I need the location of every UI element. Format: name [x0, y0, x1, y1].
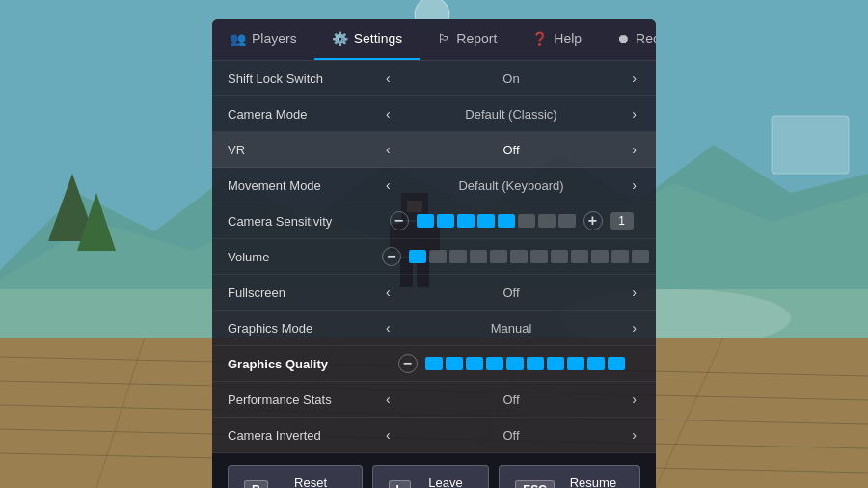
- graphics-quality-control: −: [382, 354, 640, 373]
- block-4: [477, 214, 495, 228]
- setting-graphics-mode: Graphics Mode ‹ Manual ›: [212, 311, 656, 346]
- vol-block-11: [611, 250, 629, 263]
- vol-block-8: [551, 250, 568, 263]
- volume-slider[interactable]: [409, 250, 649, 263]
- graphics-quality-minus[interactable]: −: [398, 354, 418, 373]
- volume-control: − +: [382, 247, 656, 266]
- gq-block-2: [446, 357, 463, 370]
- vol-block-7: [530, 250, 548, 263]
- gq-block-4: [486, 357, 503, 370]
- block-8: [558, 214, 576, 228]
- graphics-mode-value: Manual: [402, 321, 621, 336]
- settings-body: Shift Lock Switch ‹ On › Camera Mode ‹ D…: [212, 61, 656, 453]
- setting-vr: VR ‹ Off ›: [212, 132, 656, 168]
- tab-report-label: Report: [456, 31, 497, 46]
- vr-label: VR: [228, 143, 382, 157]
- vr-control: ‹ Off ›: [382, 140, 640, 159]
- block-1: [417, 214, 434, 228]
- bottom-buttons: R Reset Character L Leave Game ESC Resum…: [212, 453, 656, 488]
- camera-mode-prev[interactable]: ‹: [382, 104, 394, 123]
- reset-character-button[interactable]: R Reset Character: [228, 465, 363, 488]
- gq-block-6: [527, 357, 544, 370]
- camera-mode-next[interactable]: ›: [628, 104, 640, 123]
- graphics-mode-prev[interactable]: ‹: [382, 318, 394, 338]
- performance-stats-next[interactable]: ›: [628, 390, 640, 409]
- volume-minus[interactable]: −: [382, 247, 401, 266]
- camera-inverted-next[interactable]: ›: [628, 425, 640, 445]
- movement-mode-value: Default (Keyboard): [402, 178, 621, 193]
- gq-block-9: [587, 357, 605, 370]
- camera-sensitivity-minus[interactable]: −: [390, 211, 409, 230]
- movement-mode-label: Movement Mode: [228, 178, 382, 193]
- graphics-mode-control: ‹ Manual ›: [382, 318, 640, 338]
- gq-block-7: [547, 357, 564, 370]
- shift-lock-prev[interactable]: ‹: [382, 68, 394, 88]
- vol-block-3: [449, 250, 467, 263]
- gq-block-5: [506, 357, 524, 370]
- graphics-quality-label: Graphics Quality: [228, 357, 382, 371]
- shift-lock-next[interactable]: ›: [628, 68, 640, 88]
- setting-fullscreen: Fullscreen ‹ Off ›: [212, 275, 656, 311]
- camera-inverted-label: Camera Inverted: [228, 428, 382, 443]
- tab-settings[interactable]: ⚙️ Settings: [314, 19, 420, 60]
- leave-key: L: [389, 480, 411, 488]
- performance-stats-prev[interactable]: ‹: [382, 390, 394, 409]
- camera-sensitivity-control: − + 1: [382, 211, 640, 230]
- tab-help-label: Help: [554, 31, 582, 46]
- camera-inverted-prev[interactable]: ‹: [382, 425, 394, 445]
- setting-camera-inverted: Camera Inverted ‹ Off ›: [212, 418, 656, 453]
- camera-mode-value: Default (Classic): [402, 107, 621, 122]
- block-3: [457, 214, 475, 228]
- volume-label: Volume: [228, 250, 382, 264]
- help-icon: ❓: [531, 31, 548, 46]
- tab-record-label: Record: [636, 31, 656, 46]
- panel-overlay: 👥 Players ⚙️ Settings 🏳 Report ❓ Help ⏺ …: [0, 0, 868, 488]
- shift-lock-label: Shift Lock Switch: [228, 71, 382, 86]
- graphics-mode-next[interactable]: ›: [628, 318, 640, 338]
- fullscreen-value: Off: [402, 285, 621, 300]
- tab-settings-label: Settings: [354, 31, 403, 46]
- camera-mode-control: ‹ Default (Classic) ›: [382, 104, 640, 123]
- setting-movement-mode: Movement Mode ‹ Default (Keyboard) ›: [212, 168, 656, 203]
- tab-report[interactable]: 🏳 Report: [420, 19, 514, 60]
- vol-block-1: [409, 250, 426, 263]
- gq-block-1: [425, 357, 443, 370]
- setting-camera-mode: Camera Mode ‹ Default (Classic) ›: [212, 96, 656, 132]
- movement-mode-next[interactable]: ›: [628, 176, 640, 195]
- reset-key: R: [244, 480, 268, 488]
- report-icon: 🏳: [437, 31, 450, 46]
- camera-sensitivity-slider[interactable]: [417, 214, 576, 228]
- graphics-mode-label: Graphics Mode: [228, 321, 382, 336]
- fullscreen-next[interactable]: ›: [628, 283, 640, 302]
- reset-label: Reset Character: [276, 475, 346, 488]
- vol-block-6: [510, 250, 528, 263]
- vr-next[interactable]: ›: [628, 140, 640, 159]
- block-7: [538, 214, 556, 228]
- leave-label: Leave Game: [419, 475, 473, 488]
- leave-game-button[interactable]: L Leave Game: [372, 465, 490, 488]
- tabs-container: 👥 Players ⚙️ Settings 🏳 Report ❓ Help ⏺ …: [212, 19, 656, 61]
- block-5: [498, 214, 515, 228]
- record-icon: ⏺: [616, 31, 630, 46]
- tab-players[interactable]: 👥 Players: [212, 19, 314, 60]
- tab-record[interactable]: ⏺ Record: [599, 19, 656, 60]
- gq-block-3: [466, 357, 483, 370]
- fullscreen-prev[interactable]: ‹: [382, 283, 394, 302]
- resume-game-button[interactable]: ESC Resume Game: [499, 465, 640, 488]
- setting-performance-stats: Performance Stats ‹ Off ›: [212, 382, 656, 418]
- tab-help[interactable]: ❓ Help: [514, 19, 599, 60]
- gq-block-8: [567, 357, 584, 370]
- camera-inverted-control: ‹ Off ›: [382, 425, 640, 445]
- tab-players-label: Players: [252, 31, 297, 46]
- graphics-quality-slider[interactable]: [425, 357, 625, 370]
- shift-lock-control: ‹ On ›: [382, 68, 640, 88]
- block-2: [437, 214, 454, 228]
- players-icon: 👥: [230, 31, 246, 46]
- camera-sensitivity-plus[interactable]: +: [583, 211, 603, 230]
- camera-inverted-value: Off: [402, 428, 621, 443]
- movement-mode-prev[interactable]: ‹: [382, 176, 394, 195]
- settings-panel: 👥 Players ⚙️ Settings 🏳 Report ❓ Help ⏺ …: [212, 19, 656, 488]
- vr-prev[interactable]: ‹: [382, 140, 394, 159]
- vol-block-4: [470, 250, 487, 263]
- vol-block-5: [490, 250, 507, 263]
